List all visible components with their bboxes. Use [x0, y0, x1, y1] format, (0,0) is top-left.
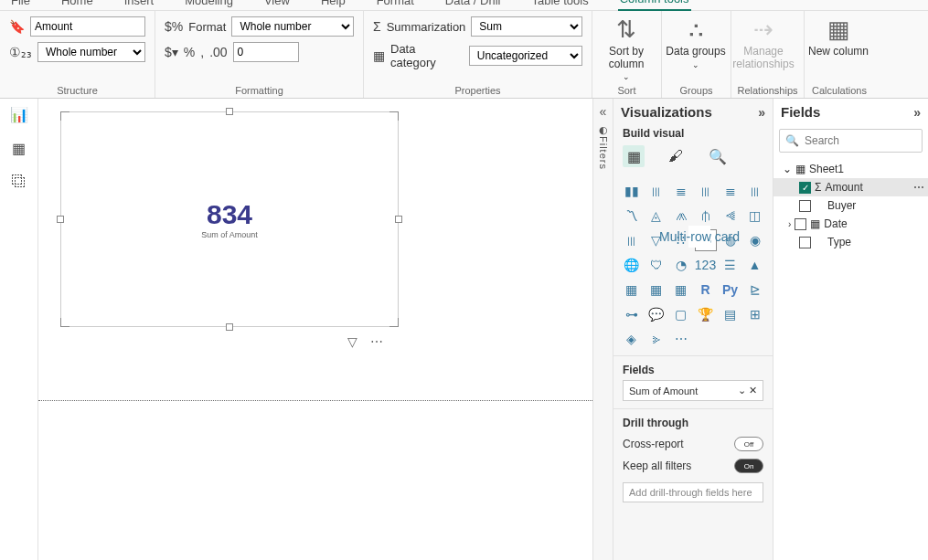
fields-pane: Fields» 🔍Search ⌄▦Sheet1 ✓ΣAmount⋯ Buyer…: [773, 99, 928, 560]
viz-type[interactable]: ▮▮: [621, 180, 643, 202]
card-visual[interactable]: 834 Sum of Amount: [60, 111, 399, 327]
format-select[interactable]: Whole number: [231, 16, 354, 37]
checkbox[interactable]: [799, 200, 811, 212]
field-buyer[interactable]: Buyer: [773, 196, 928, 215]
viz-type[interactable]: 💬: [645, 303, 667, 325]
more-icon[interactable]: ⋯: [913, 181, 924, 194]
viz-type[interactable]: Py: [720, 279, 741, 301]
viz-type[interactable]: ◫: [744, 205, 766, 227]
format-visual-tab[interactable]: 🖌: [665, 145, 687, 167]
build-visual-tab[interactable]: ▦: [623, 145, 645, 167]
viz-type[interactable]: 123: [695, 254, 717, 276]
viz-type[interactable]: ⊶: [621, 303, 643, 325]
column-name-input[interactable]: [30, 16, 145, 37]
collapse-viz-button[interactable]: »: [758, 105, 765, 120]
model-view-button[interactable]: ⿻: [12, 174, 27, 190]
tab-format[interactable]: Format: [375, 0, 416, 11]
datatype-select[interactable]: Whole number: [37, 42, 145, 62]
data-view-button[interactable]: ▦: [12, 140, 26, 157]
viz-type[interactable]: ⫼: [695, 180, 717, 202]
viz-type[interactable]: ◬: [645, 205, 667, 227]
category-select[interactable]: Uncategorized: [469, 46, 582, 66]
checkbox[interactable]: [799, 237, 811, 248]
field-chevron-icon[interactable]: ⌄: [738, 385, 746, 396]
viz-type[interactable]: 〽: [621, 205, 643, 227]
resize-handle[interactable]: [395, 216, 402, 223]
checkbox[interactable]: [795, 218, 806, 230]
analytics-tab[interactable]: 🔍: [707, 145, 729, 167]
tab-data-drill[interactable]: Data / Drill: [443, 0, 503, 11]
fields-search-input[interactable]: 🔍Search: [779, 129, 923, 153]
cross-report-toggle[interactable]: Off: [734, 437, 763, 451]
viz-type[interactable]: ▦: [670, 279, 692, 301]
viz-type[interactable]: ⫼: [621, 229, 643, 251]
tab-table-tools[interactable]: Table tools: [529, 0, 590, 11]
viz-type[interactable]: ⊵: [744, 279, 766, 301]
viz-type[interactable]: ⫛: [695, 205, 717, 227]
summarization-select[interactable]: Sum: [471, 16, 582, 37]
tab-help[interactable]: Help: [319, 0, 347, 11]
canvas: 834 Sum of Amount ▽ ⋯: [38, 99, 592, 560]
viz-type[interactable]: ⊞: [744, 303, 766, 325]
tab-home[interactable]: Home: [59, 0, 95, 11]
group-label-properties: Properties: [373, 85, 582, 98]
viz-type[interactable]: ⫼: [645, 180, 667, 202]
sort-by-column-button[interactable]: ⇅Sort by column⌄: [594, 15, 658, 82]
viz-type[interactable]: ◉: [744, 229, 766, 251]
viz-type[interactable]: ⩕: [670, 205, 692, 227]
fields-title: Fields: [781, 104, 820, 120]
tab-modeling[interactable]: Modeling: [183, 0, 235, 11]
viz-type[interactable]: 🏆: [695, 303, 717, 325]
viz-type[interactable]: ⫼: [744, 180, 766, 202]
tab-column-tools[interactable]: Column tools: [618, 0, 691, 11]
viz-type[interactable]: 🌐: [621, 254, 643, 276]
viz-type[interactable]: ◈: [621, 328, 643, 350]
currency-button[interactable]: $▾: [165, 45, 178, 59]
keep-filters-toggle[interactable]: On: [734, 459, 763, 473]
new-column-icon: ▦: [827, 16, 850, 44]
resize-handle[interactable]: [57, 216, 64, 223]
new-column-button[interactable]: ▦New column: [806, 15, 870, 58]
percent-button[interactable]: %: [184, 45, 195, 59]
tab-view[interactable]: View: [262, 0, 292, 11]
viz-type[interactable]: 🛡: [645, 254, 667, 276]
viz-type[interactable]: ☰: [720, 254, 741, 276]
viz-type[interactable]: ▢: [670, 303, 692, 325]
viz-type[interactable]: ▦: [645, 279, 667, 301]
field-remove-button[interactable]: ✕: [749, 385, 757, 396]
viz-type[interactable]: ≣: [670, 180, 692, 202]
field-amount[interactable]: ✓ΣAmount⋯: [773, 178, 928, 196]
decimals-input[interactable]: [233, 42, 299, 62]
filters-tab-icon[interactable]: ◐: [599, 124, 608, 136]
tab-file[interactable]: File: [9, 0, 32, 11]
data-groups-button[interactable]: ⛬Data groups⌄: [664, 15, 728, 69]
collapse-fields-button[interactable]: »: [913, 105, 921, 120]
field-well[interactable]: Sum of Amount⌄ ✕: [623, 380, 763, 401]
chevron-right-icon: ›: [788, 219, 791, 229]
viz-type[interactable]: ▲: [744, 254, 766, 276]
viz-type[interactable]: ▦: [621, 279, 643, 301]
datatype-icon: ①₂₃: [9, 45, 32, 59]
filters-collapsed: « ◐ Filters: [592, 99, 613, 560]
thousands-button[interactable]: ,: [200, 45, 204, 59]
viz-type[interactable]: ⫷: [720, 205, 741, 227]
field-date[interactable]: ›▦Date: [773, 215, 928, 233]
viz-type[interactable]: R: [695, 279, 717, 301]
report-view-button[interactable]: 📊: [10, 106, 28, 123]
more-icon[interactable]: ⋯: [370, 334, 383, 349]
filter-icon[interactable]: ▽: [347, 334, 357, 349]
tab-insert[interactable]: Insert: [123, 0, 156, 11]
resize-handle[interactable]: [226, 323, 233, 331]
viz-type[interactable]: ≣: [720, 180, 741, 202]
viz-type[interactable]: ◔: [670, 254, 692, 276]
drill-fields-well[interactable]: Add drill-through fields here: [623, 482, 763, 502]
resize-handle[interactable]: [226, 108, 233, 115]
more-visuals-button[interactable]: ⋯: [670, 328, 692, 350]
field-type[interactable]: Type: [773, 233, 928, 251]
viz-title: Visualizations: [621, 104, 712, 120]
viz-type[interactable]: ▤: [720, 303, 741, 325]
viz-type[interactable]: ⪢: [645, 328, 667, 350]
table-node[interactable]: ⌄▦Sheet1: [773, 160, 928, 178]
checkbox-on[interactable]: ✓: [799, 182, 811, 194]
expand-filters-button[interactable]: «: [600, 104, 607, 119]
